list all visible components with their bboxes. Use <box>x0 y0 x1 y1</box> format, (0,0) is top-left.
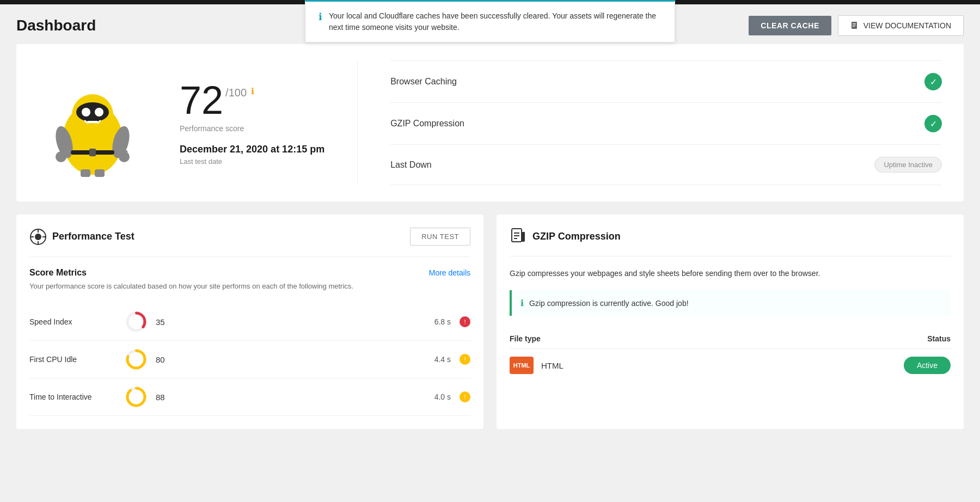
svg-rect-16 <box>95 169 105 177</box>
score-info: 72 /100 ℹ Performance score December 21,… <box>180 81 324 166</box>
view-docs-button[interactable]: VIEW DOCUMENTATION <box>838 15 964 36</box>
svg-rect-2 <box>853 25 856 26</box>
first-cpu-idle-donut <box>125 348 147 370</box>
metric-time-to-interactive: Time to Interactive 88 4.0 s ! <box>29 378 470 416</box>
time-to-interactive-time: 4.0 s <box>434 393 451 401</box>
performance-title: Performance Test <box>52 231 134 242</box>
file-row-left: HTML HTML <box>510 357 564 374</box>
speed-index-label: Speed Index <box>29 317 117 326</box>
speed-index-score: 35 <box>156 317 177 327</box>
metrics-title: Score Metrics <box>29 268 87 278</box>
first-cpu-idle-score: 80 <box>156 355 177 364</box>
svg-point-31 <box>127 388 145 406</box>
clear-cache-button[interactable]: CLEAR CACHE <box>749 16 831 35</box>
notification-text: Your local and Cloudflare caches have be… <box>329 10 661 33</box>
gzip-title: GZIP Compression <box>532 231 621 242</box>
svg-rect-3 <box>853 26 855 27</box>
mascot-illustration <box>38 69 147 177</box>
speed-index-donut <box>125 311 147 333</box>
metric-speed-index: Speed Index 35 6.8 s ! <box>29 303 470 341</box>
score-label: Performance score <box>180 124 324 133</box>
gzip-label: GZIP Compression <box>390 119 464 128</box>
time-to-interactive-donut <box>125 386 147 408</box>
panel-title-group: Performance Test <box>29 228 134 246</box>
time-to-interactive-score: 88 <box>156 393 177 402</box>
gzip-check: ✓ <box>924 115 942 132</box>
info-icon: ℹ <box>318 11 322 23</box>
performance-icon <box>29 228 47 246</box>
metrics-header: Score Metrics More details <box>29 268 470 278</box>
last-down-label: Last Down <box>390 160 432 170</box>
run-test-button[interactable]: RUN TEST <box>410 228 470 246</box>
gzip-title-group: GZIP Compression <box>510 228 621 245</box>
html-badge: HTML <box>510 357 534 374</box>
file-table-header: File type Status <box>510 329 951 349</box>
file-row-html: HTML HTML Active <box>510 349 951 382</box>
svg-point-7 <box>82 108 90 117</box>
svg-point-6 <box>76 102 109 122</box>
page-title: Dashboard <box>16 17 96 34</box>
svg-rect-15 <box>81 169 90 177</box>
metrics-section: Score Metrics More details Your performa… <box>29 257 470 416</box>
status-item-browser-caching: Browser Caching ✓ <box>390 60 942 103</box>
status-item-gzip: GZIP Compression ✓ <box>390 103 942 145</box>
notification-banner: ℹ Your local and Cloudflare caches have … <box>305 0 675 42</box>
score-date-label: Last test date <box>180 157 324 166</box>
status-items: Browser Caching ✓ GZIP Compression ✓ Las… <box>357 60 942 185</box>
performance-panel-header: Performance Test RUN TEST <box>29 228 470 257</box>
speed-index-time: 6.8 s <box>434 317 451 326</box>
first-cpu-idle-label: First CPU Idle <box>29 355 117 364</box>
browser-caching-check: ✓ <box>924 73 942 90</box>
uptime-inactive-badge: Uptime Inactive <box>874 157 942 173</box>
more-details-link[interactable]: More details <box>429 268 470 277</box>
svg-point-12 <box>56 151 66 162</box>
score-display: 72 /100 ℹ <box>180 81 324 120</box>
score-value: 72 <box>180 81 223 120</box>
first-cpu-idle-status: ! <box>460 354 470 365</box>
bottom-grid: Performance Test RUN TEST Score Metrics … <box>16 215 964 429</box>
browser-caching-label: Browser Caching <box>390 77 457 87</box>
status-col-header: Status <box>927 334 951 343</box>
gzip-description: Gzip compresses your webpages and style … <box>510 256 951 290</box>
time-to-interactive-label: Time to Interactive <box>29 393 117 401</box>
svg-point-17 <box>76 123 109 134</box>
score-denominator: /100 <box>225 87 247 98</box>
mascot <box>38 69 147 177</box>
file-type-col-header: File type <box>510 334 541 343</box>
gzip-icon <box>510 228 527 245</box>
performance-panel: Performance Test RUN TEST Score Metrics … <box>16 215 483 429</box>
main-content: 72 /100 ℹ Performance score December 21,… <box>0 44 980 445</box>
first-cpu-idle-time: 4.4 s <box>434 355 451 364</box>
speed-index-status: ! <box>460 316 470 327</box>
document-icon <box>850 21 859 30</box>
gzip-panel-header: GZIP Compression <box>510 228 951 256</box>
time-to-interactive-status: ! <box>460 391 470 402</box>
metrics-desc: Your performance score is calculated bas… <box>29 282 470 290</box>
gzip-alert-icon: ℹ <box>520 298 524 308</box>
score-date: December 21, 2020 at 12:15 pm <box>180 144 324 155</box>
gzip-alert-text: Gzip compression is currently active. Go… <box>529 299 689 308</box>
html-file-type: HTML <box>541 361 564 370</box>
status-item-last-down: Last Down Uptime Inactive <box>390 145 942 185</box>
score-card: 72 /100 ℹ Performance score December 21,… <box>16 44 964 201</box>
header-actions: CLEAR CACHE VIEW DOCUMENTATION <box>749 15 964 36</box>
gzip-alert: ℹ Gzip compression is currently active. … <box>510 290 951 316</box>
svg-point-8 <box>95 108 103 117</box>
svg-rect-1 <box>853 23 856 24</box>
gzip-panel: GZIP Compression Gzip compresses your we… <box>497 215 964 429</box>
svg-rect-19 <box>89 149 96 156</box>
svg-point-21 <box>35 234 41 240</box>
html-active-button[interactable]: Active <box>904 357 951 374</box>
score-info-icon: ℹ <box>251 87 254 96</box>
metric-first-cpu-idle: First CPU Idle 80 4.4 s ! <box>29 341 470 378</box>
